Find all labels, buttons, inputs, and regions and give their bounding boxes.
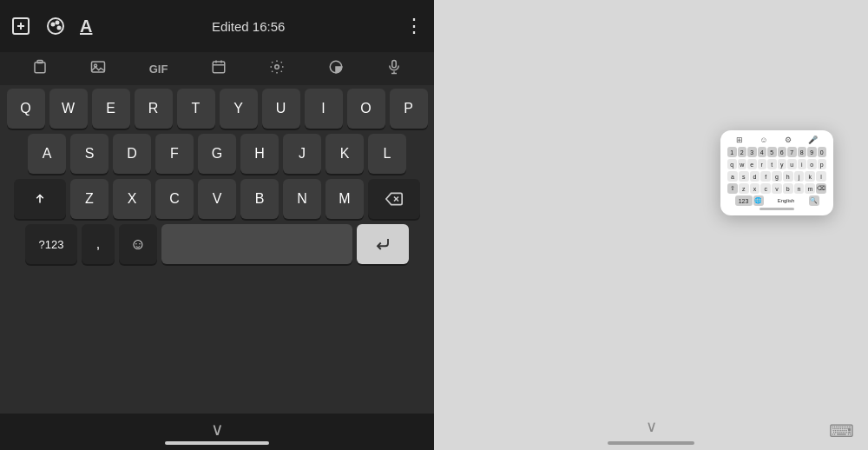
key-v[interactable]: V [198,179,236,219]
mini-key-j[interactable]: j [794,171,805,182]
mini-key-z[interactable]: z [739,183,749,194]
key-k[interactable]: K [326,134,364,174]
key-o[interactable]: O [347,89,385,129]
key-q[interactable]: Q [7,89,45,129]
mini-key-p[interactable]: p [818,159,827,169]
mini-clipboard-icon[interactable]: ⊞ [736,136,743,144]
svg-rect-17 [392,61,397,68]
key-a[interactable]: A [28,134,66,174]
shift-key[interactable] [14,179,66,219]
emoji-key[interactable]: ☺ [119,224,157,264]
key-f[interactable]: F [155,134,194,174]
backspace-key[interactable] [368,179,420,219]
settings-icon[interactable] [269,59,285,78]
gif-icon[interactable]: GIF [149,63,168,76]
mini-key-b[interactable]: b [783,183,793,194]
mini-emoji-icon[interactable]: ☺ [760,136,767,144]
key-e[interactable]: E [92,89,130,129]
mini-key-m[interactable]: m [805,183,815,194]
mini-key-3[interactable]: 3 [747,147,757,157]
key-z[interactable]: Z [70,179,108,219]
mini-key-e[interactable]: e [747,159,757,169]
mini-key-h[interactable]: h [783,171,793,182]
mini-key-0[interactable]: 0 [818,147,827,157]
mini-key-r[interactable]: r [758,159,767,169]
key-w[interactable]: W [49,89,88,129]
clipboard-icon[interactable] [32,59,48,78]
more-options-icon[interactable]: ⋮ [404,15,424,37]
mini-shift[interactable]: ⇧ [727,183,738,194]
mini-key-8[interactable]: 8 [798,147,807,157]
key-t[interactable]: T [177,89,215,129]
comma-key[interactable]: , [82,224,115,264]
sticker-icon[interactable] [328,59,344,78]
microphone-icon[interactable] [386,59,402,78]
enter-key[interactable] [357,224,409,264]
mini-key-o[interactable]: o [807,159,817,169]
mini-key-d[interactable]: d [750,171,760,182]
mini-backspace[interactable]: ⌫ [816,183,826,194]
key-u[interactable]: U [262,89,300,129]
mini-globe-icon[interactable]: 🌐 [753,195,764,206]
key-r[interactable]: R [135,89,173,129]
space-key[interactable] [161,224,352,264]
key-h[interactable]: H [240,134,279,174]
right-chevron-icon[interactable]: ∨ [646,417,657,436]
mini-key-v[interactable]: v [772,183,782,194]
mini-lang-label[interactable]: English [765,195,808,206]
svg-point-4 [52,23,55,26]
key-j[interactable]: J [283,134,321,174]
svg-point-15 [275,65,279,69]
mini-key-u[interactable]: u [787,159,797,169]
chevron-down-icon[interactable]: ∨ [211,419,224,440]
palette-icon[interactable] [45,16,66,36]
mini-key-k[interactable]: k [805,171,815,182]
mini-key-i[interactable]: i [798,159,807,169]
mini-key-f[interactable]: f [760,171,771,182]
mini-toolbar: ⊞ ☺ ⚙ 🎤 [727,136,826,144]
mini-key-t[interactable]: t [767,159,777,169]
text-format-icon[interactable]: A [80,17,92,36]
key-x[interactable]: X [113,179,151,219]
mini-key-4[interactable]: 4 [758,147,767,157]
mini-key-9[interactable]: 9 [807,147,817,157]
key-d[interactable]: D [113,134,151,174]
image-icon[interactable] [90,59,106,78]
mini-key-l[interactable]: l [816,171,826,182]
mini-key-n[interactable]: n [794,183,805,194]
mini-key-g[interactable]: g [772,171,782,182]
mini-key-s[interactable]: s [739,171,749,182]
key-b[interactable]: B [240,179,279,219]
mini-key-q[interactable]: q [727,159,737,169]
num-key[interactable]: ?123 [25,224,77,264]
mini-key-5[interactable]: 5 [767,147,777,157]
key-y[interactable]: Y [220,89,258,129]
keyboard-toggle-icon[interactable]: ⌨ [829,420,854,441]
key-n[interactable]: N [283,179,321,219]
mini-search-icon[interactable]: 🔍 [809,195,819,206]
key-m[interactable]: M [326,179,364,219]
mini-mic-icon[interactable]: 🎤 [808,136,818,144]
mini-key-1[interactable]: 1 [727,147,737,157]
key-s[interactable]: S [70,134,108,174]
mini-key-6[interactable]: 6 [778,147,787,157]
calendar-icon[interactable] [211,59,227,78]
add-icon[interactable] [10,16,31,36]
mini-key-c[interactable]: c [760,183,771,194]
svg-rect-8 [35,63,45,73]
key-g[interactable]: G [198,134,236,174]
key-l[interactable]: L [368,134,406,174]
mini-key-2[interactable]: 2 [738,147,747,157]
mini-key-w[interactable]: w [738,159,747,169]
key-p[interactable]: P [390,89,428,129]
mini-row-q: q w e r t y u i o p [727,159,826,169]
mini-key-a[interactable]: a [727,171,738,182]
mini-num-key[interactable]: 123 [735,195,753,206]
mini-key-7[interactable]: 7 [787,147,797,157]
mini-settings-icon[interactable]: ⚙ [785,136,792,144]
left-bottom-bar: ∨ [0,414,434,450]
key-i[interactable]: I [305,89,343,129]
mini-key-x[interactable]: x [750,183,760,194]
mini-key-y[interactable]: y [778,159,787,169]
key-c[interactable]: C [155,179,194,219]
